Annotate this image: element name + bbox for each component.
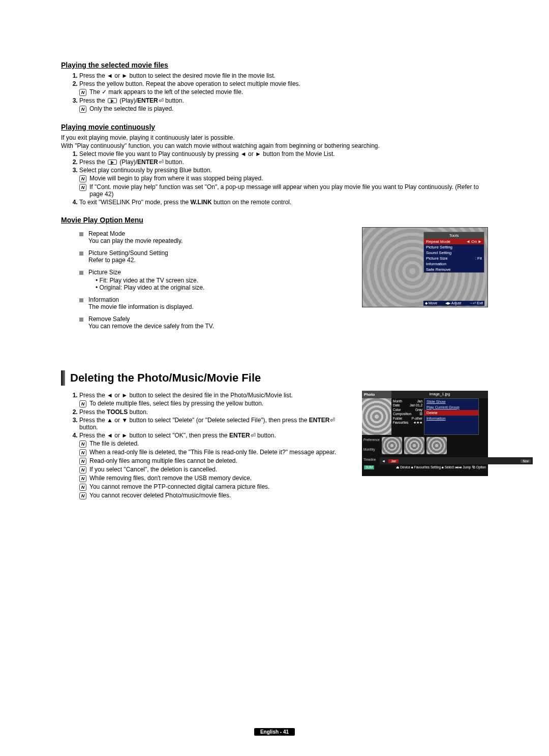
text: button. bbox=[164, 97, 184, 104]
text: Press the bbox=[79, 159, 107, 166]
tools-menu-screenshot: Tools Repeat Mode◄ On ►Picture SettingSo… bbox=[362, 227, 488, 307]
option-item: InformationThe movie file information is… bbox=[79, 296, 352, 310]
note-icon: N bbox=[79, 106, 86, 113]
photo-footer: SUM ⏏ Device ■ Favourites Setting ■ Sele… bbox=[362, 464, 488, 470]
list-item: Press the (Play)/ENTER⏎ button. N Only t… bbox=[79, 97, 488, 113]
bold: TOOLS bbox=[107, 408, 128, 416]
option-subitem: Original: Play video at the original siz… bbox=[96, 284, 352, 291]
option-subitem: Fit: Play video at the TV screen size. bbox=[96, 277, 352, 284]
note-text: You cannot recover deleted Photo/music/m… bbox=[89, 492, 231, 499]
option-item: Picture SizeFit: Play video at the TV sc… bbox=[79, 269, 352, 291]
option-desc: The movie file information is displayed. bbox=[88, 303, 352, 310]
list-item: Press the ◄ or ► button to select the de… bbox=[79, 72, 488, 79]
thumb bbox=[426, 437, 447, 454]
tools-row: Repeat Mode◄ On ► bbox=[424, 239, 484, 244]
note-icon: N bbox=[79, 475, 86, 482]
note-icon: N bbox=[79, 458, 86, 465]
list-item: Press the TOOLS button. bbox=[79, 408, 352, 416]
option-desc: You can remove the device safely from th… bbox=[88, 323, 352, 330]
list-item: Press the ◄ or ► button to select the de… bbox=[79, 392, 352, 407]
text: Press the bbox=[79, 408, 107, 416]
paragraph: With "Play continuously" function, you c… bbox=[61, 142, 488, 149]
note-text: To delete multiple files, select files b… bbox=[89, 400, 263, 407]
text: button on the remote control. bbox=[212, 199, 292, 206]
play-icon bbox=[108, 98, 117, 103]
list-item: To exit "WISELINK Pro" mode, press the W… bbox=[79, 199, 488, 206]
context-menu-item: Play Current Group bbox=[424, 404, 478, 410]
context-menu-item: Delete bbox=[424, 410, 478, 416]
enter-icon: ⏎ bbox=[159, 159, 164, 166]
option-title: Information bbox=[88, 296, 352, 303]
text: To exit "WISELINK Pro" mode, press the bbox=[79, 199, 191, 206]
move-label: ◆ Move bbox=[425, 301, 437, 305]
list-item: Select play continuously by pressing Blu… bbox=[79, 167, 488, 198]
option-title: Repeat Mode bbox=[88, 230, 352, 237]
option-desc: Refer to page 42. bbox=[88, 257, 352, 264]
text: Press the yellow button. Repeat the abov… bbox=[79, 80, 300, 87]
tools-row: Picture Size: Fit bbox=[424, 256, 484, 261]
chevron-left-icon: ◄ bbox=[382, 459, 385, 463]
note-text: When a read-only file is deleted, the "T… bbox=[89, 449, 336, 456]
note-text: Only the selected file is played. bbox=[89, 105, 173, 113]
footer-hints: ⏏ Device ■ Favourites Setting ■ Select ⏮… bbox=[396, 465, 486, 469]
photo-corner-label: Photo bbox=[362, 391, 391, 398]
list-item: Press the yellow button. Repeat the abov… bbox=[79, 80, 488, 96]
heading-movie-play-option: Movie Play Option Menu bbox=[61, 216, 488, 224]
tools-panel: Tools Repeat Mode◄ On ►Picture SettingSo… bbox=[423, 232, 484, 273]
text: (Play)/ bbox=[118, 97, 137, 104]
note-icon: N bbox=[79, 466, 86, 474]
note-icon: N bbox=[79, 400, 86, 407]
photo-browser-screenshot: Photo image_1.jpg MonthJanDateJan 01,2Co… bbox=[362, 391, 488, 476]
photo-meta: MonthJanDateJan 01,2ColorGrayComposition… bbox=[391, 398, 424, 435]
thumb bbox=[404, 437, 424, 454]
heading-text: Deleting the Photo/Music/Movie File bbox=[70, 371, 261, 385]
note-icon: N bbox=[79, 440, 86, 448]
bold: ENTER bbox=[137, 97, 158, 104]
bold: ENTER bbox=[137, 159, 158, 166]
note-icon: N bbox=[79, 492, 86, 499]
note-icon: N bbox=[79, 89, 86, 96]
context-menu-item: Information bbox=[424, 416, 478, 421]
list-item: Press the ◄ or ► button to select "OK", … bbox=[79, 432, 352, 499]
play-icon bbox=[108, 160, 117, 165]
month-row: ◄ JanNov bbox=[380, 457, 533, 464]
heading-playing-continuously: Playing movie continuously bbox=[61, 123, 488, 131]
option-item: Remove SafelyYou can remove the device s… bbox=[79, 316, 352, 330]
text: button. bbox=[79, 424, 98, 431]
tools-row: Sound Setting bbox=[424, 250, 484, 256]
note-text: Read-only files among multiple files can… bbox=[89, 457, 237, 465]
text: Select play continuously by pressing Blu… bbox=[79, 167, 212, 174]
enter-icon: ⏎ bbox=[330, 417, 335, 424]
note-icon: N bbox=[79, 449, 86, 456]
note-icon: N bbox=[79, 175, 86, 182]
option-title: Remove Safely bbox=[88, 316, 352, 323]
tools-footer: ◆ Move ◀▶ Adjust →⏎ Exit bbox=[423, 301, 484, 306]
enter-icon: ⏎ bbox=[159, 97, 164, 104]
text: button. bbox=[164, 159, 184, 166]
bold: ENTER bbox=[229, 432, 250, 439]
note-text: You cannot remove the PTP-connected digi… bbox=[89, 483, 269, 491]
tools-row: Information bbox=[424, 261, 484, 267]
photo-strip bbox=[380, 435, 533, 457]
photo-context-menu: Slide ShowPlay Current GroupDeleteInform… bbox=[424, 398, 479, 435]
major-heading-deleting: Deleting the Photo/Music/Movie File bbox=[61, 370, 488, 386]
text: Press the ▲ or ▼ button to select "Delet… bbox=[79, 417, 309, 424]
text: button. bbox=[256, 432, 276, 439]
adjust-label: ◀▶ Adjust bbox=[445, 301, 461, 305]
text: Press the ◄ or ► button to select "OK", … bbox=[79, 432, 229, 439]
text: Press the ◄ or ► button to select the de… bbox=[79, 392, 293, 399]
exit-label: →⏎ Exit bbox=[469, 301, 483, 305]
option-title: Picture Setting/Sound Setting bbox=[88, 249, 352, 257]
note-text: Movie will begin to play from where it w… bbox=[89, 175, 263, 182]
bold: W.LINK bbox=[191, 199, 212, 206]
tools-row: Picture Setting bbox=[424, 244, 484, 250]
bold: ENTER bbox=[309, 417, 330, 424]
paragraph: If you exit playing movie, playing it co… bbox=[61, 134, 488, 141]
option-item: Repeat ModeYou can play the movie repeat… bbox=[79, 230, 352, 244]
option-title: Picture Size bbox=[88, 269, 352, 276]
page-number: English - 41 bbox=[254, 728, 295, 736]
heading-bar-icon bbox=[61, 370, 65, 386]
note-text: If you select "Cancel", the deletion is … bbox=[89, 466, 217, 474]
list-playing-selected: Press the ◄ or ► button to select the de… bbox=[61, 72, 488, 113]
text: (Play)/ bbox=[118, 159, 137, 166]
